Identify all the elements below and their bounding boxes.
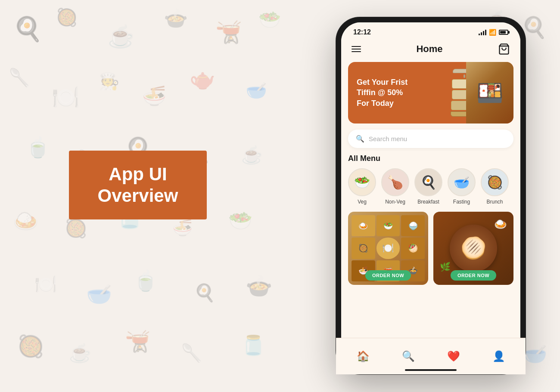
search-nav-icon: 🔍 — [402, 350, 415, 362]
banner-food-image: 🍱 — [466, 62, 513, 123]
food-cards-grid: 🍛 🥗 🍚 🥘 🍽️ 🥙 🍜 🫕 🍲 ORDE — [341, 212, 520, 285]
nav-profile-button[interactable]: 👤 — [485, 347, 512, 366]
category-veg[interactable]: 🥗 Veg — [348, 168, 376, 205]
status-bar: 12:12 📶 — [341, 22, 520, 40]
search-icon: 🔍 — [356, 135, 364, 143]
category-brunch[interactable]: 🥘 Brunch — [481, 168, 509, 205]
app-ui-overview-text: App UIOverview — [98, 164, 178, 207]
cart-button[interactable] — [498, 43, 510, 55]
all-menu-section: All Menu 🥗 Veg 🍗 Non-Veg — [341, 154, 520, 212]
home-icon: 🏠 — [357, 350, 370, 362]
phone-screen: 12:12 📶 — [341, 22, 520, 369]
category-brunch-circle: 🥘 — [481, 168, 509, 196]
order-now-button-1[interactable]: ORDER NOW — [365, 270, 411, 281]
wifi-icon: 📶 — [489, 29, 496, 36]
signal-icon — [479, 29, 486, 35]
profile-icon: 👤 — [492, 350, 505, 362]
food-card-2[interactable]: 🫓 🍛 🌿 ORDER NOW — [433, 212, 513, 285]
category-nonveg-circle: 🍗 — [381, 168, 409, 196]
screen-content[interactable]: Get Your FristTiffin @ 50%For Today — [341, 60, 520, 369]
phone-mockup: 12:12 📶 — [336, 17, 526, 374]
category-fasting-circle: 🥣 — [448, 168, 476, 196]
promo-banner[interactable]: Get Your FristTiffin @ 50%For Today — [348, 62, 513, 123]
category-nonveg[interactable]: 🍗 Non-Veg — [381, 168, 409, 205]
food-card-1[interactable]: 🍛 🥗 🍚 🥘 🍽️ 🥙 🍜 🫕 🍲 ORDE — [348, 212, 428, 285]
order-now-button-2[interactable]: ORDER NOW — [451, 270, 496, 281]
category-veg-circle: 🥗 — [348, 168, 376, 196]
nav-home-button[interactable]: 🏠 — [350, 347, 376, 366]
app-header: Home — [341, 40, 520, 60]
battery-icon — [499, 30, 508, 35]
heart-icon: ❤️ — [447, 350, 460, 362]
category-breakfast-label: Breakfast — [417, 199, 439, 205]
menu-categories-list[interactable]: 🥗 Veg 🍗 Non-Veg 🍳 — [341, 168, 520, 212]
banner-title: Get Your FristTiffin @ 50%For Today — [357, 77, 451, 108]
app-ui-overview-label: App UIOverview — [69, 151, 207, 219]
category-fasting-label: Fasting — [453, 199, 470, 205]
search-placeholder-text: Search menu — [369, 135, 407, 142]
search-bar[interactable]: 🔍 Search menu — [348, 130, 513, 148]
bottom-navigation: 🏠 🔍 ❤️ 👤 — [341, 338, 520, 369]
category-nonveg-label: Non-Veg — [385, 199, 405, 205]
category-brunch-label: Brunch — [486, 199, 503, 205]
category-breakfast-circle: 🍳 — [414, 168, 442, 196]
section-title-all-menu: All Menu — [341, 154, 520, 168]
search-container[interactable]: 🔍 Search menu — [348, 130, 513, 148]
status-time: 12:12 — [353, 28, 371, 36]
category-fasting[interactable]: 🥣 Fasting — [448, 168, 476, 205]
nav-search-button[interactable]: 🔍 — [395, 347, 422, 366]
hamburger-menu-button[interactable] — [352, 46, 361, 52]
category-breakfast[interactable]: 🍳 Breakfast — [414, 168, 442, 205]
banner-text: Get Your FristTiffin @ 50%For Today — [357, 77, 451, 108]
category-veg-label: Veg — [358, 199, 367, 205]
status-icons: 📶 — [479, 29, 508, 36]
nav-favorites-button[interactable]: ❤️ — [440, 347, 467, 366]
header-title: Home — [416, 43, 442, 55]
phone-frame: 12:12 📶 — [336, 17, 526, 374]
